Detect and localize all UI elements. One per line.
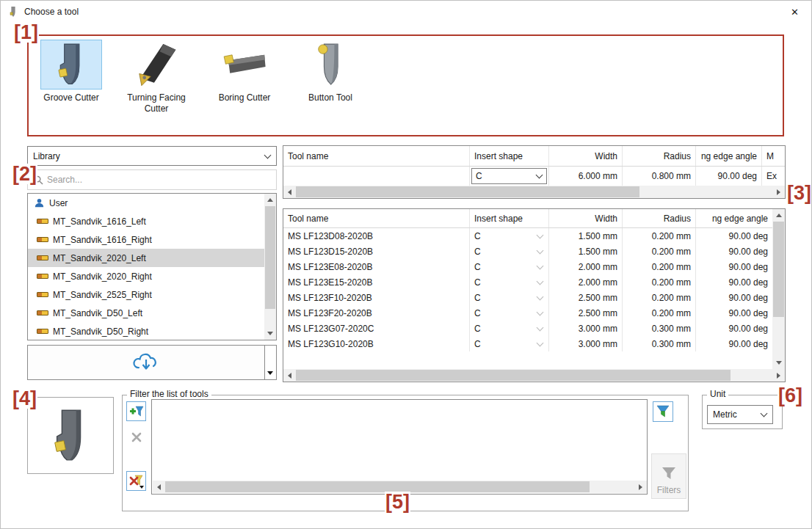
arrow-left-icon xyxy=(288,189,291,195)
table-row[interactable]: MS LF123E15-2020B C 2.000 mm 0.200 mm 90… xyxy=(283,274,785,290)
tree-scrollbar[interactable] xyxy=(264,194,276,340)
cell-edge-angle: 90.00 deg xyxy=(696,228,772,244)
filters-button[interactable]: Filters xyxy=(651,453,686,499)
cell-edge-angle: 90.00 deg xyxy=(696,259,772,274)
param-tool-name-cell[interactable] xyxy=(283,167,470,186)
scrollbar-thumb[interactable] xyxy=(265,206,275,309)
table-row[interactable]: MS LF123G07-2020C C 3.000 mm 0.300 mm 90… xyxy=(283,321,785,336)
arrow-right-icon xyxy=(639,484,642,490)
scroll-left-button[interactable] xyxy=(153,481,165,493)
cell-tool-name: MS LF123F20-2020B xyxy=(283,305,470,321)
parameter-table-header: Tool name Insert shape Width Radius ng e… xyxy=(283,146,785,167)
tree-item-label: MT_Sandvik_D50_Right xyxy=(53,326,148,337)
header-radius: Radius xyxy=(623,146,696,166)
tree-item-label: MT_Sandvik_2020_Right xyxy=(53,271,152,282)
choose-tool-dialog: Choose a tool ✕ Groove Cutter Turning Fa… xyxy=(0,0,812,529)
header-radius[interactable]: Radius xyxy=(623,209,696,227)
tree-item-label: MT_Sandvik_1616_Right xyxy=(53,235,152,245)
tool-parameter-table: Tool name Insert shape Width Radius ng e… xyxy=(283,145,786,199)
scroll-left-button[interactable] xyxy=(283,186,296,198)
scrollbar-thumb[interactable] xyxy=(773,222,784,317)
cell-insert-shape: C xyxy=(470,305,549,321)
table-row[interactable]: MS LF123E08-2020B C 2.000 mm 0.200 mm 90… xyxy=(283,259,785,274)
download-from-cloud-button[interactable] xyxy=(27,345,265,380)
scrollbar-thumb[interactable] xyxy=(296,186,639,197)
library-tree: User MT_Sandvik_1616_Left MT_Sandvik_161… xyxy=(27,193,277,340)
cell-insert-shape: C xyxy=(470,321,549,336)
scroll-down-button[interactable] xyxy=(264,327,276,340)
filter-conditions-list[interactable] xyxy=(151,399,648,495)
search-input[interactable] xyxy=(47,171,267,189)
cell-tool-name: MS LF123G07-2020C xyxy=(283,321,470,336)
tool-type-turning-facing-cutter[interactable]: Turning Facing Cutter xyxy=(117,40,196,114)
header-insert-shape[interactable]: Insert shape xyxy=(470,209,549,227)
scroll-right-button[interactable] xyxy=(772,186,785,198)
scroll-up-button[interactable] xyxy=(772,209,785,222)
scroll-right-button[interactable] xyxy=(772,369,785,382)
chevron-down-icon xyxy=(537,308,544,315)
apply-filter-button[interactable] xyxy=(653,401,673,422)
cell-width: 2.000 mm xyxy=(549,274,623,290)
cell-radius: 0.300 mm xyxy=(623,321,696,336)
param-mount-cell[interactable]: Ex xyxy=(762,167,785,186)
cell-edge-angle: 90.00 deg xyxy=(696,321,772,336)
scroll-left-button[interactable] xyxy=(283,369,296,382)
groove-cutter-icon xyxy=(53,42,90,87)
cell-width: 3.000 mm xyxy=(549,321,623,336)
tool-type-label: Button Tool xyxy=(297,92,363,103)
scrollbar-thumb[interactable] xyxy=(165,481,590,492)
cell-width: 2.000 mm xyxy=(549,259,623,274)
param-radius-cell[interactable]: 0.800 mm xyxy=(623,167,696,186)
scroll-right-button[interactable] xyxy=(634,481,647,493)
tree-item[interactable]: MT_Sandvik_D50_Left xyxy=(28,304,265,322)
download-options-dropdown[interactable] xyxy=(265,345,277,380)
tree-item-user[interactable]: User xyxy=(28,194,265,212)
header-width: Width xyxy=(549,146,623,166)
header-tool-name[interactable]: Tool name xyxy=(283,209,470,227)
scroll-down-button[interactable] xyxy=(772,357,785,369)
header-width[interactable]: Width xyxy=(549,209,623,227)
tool-type-groove-cutter[interactable]: Groove Cutter xyxy=(40,40,102,103)
parameter-row: C 6.000 mm 0.800 mm 90.00 deg Ex xyxy=(283,167,785,186)
chevron-down-icon xyxy=(537,324,544,331)
delete-filter-button[interactable] xyxy=(126,427,146,447)
scroll-up-button[interactable] xyxy=(264,194,276,206)
tree-item[interactable]: MT_Sandvik_1616_Right xyxy=(28,230,265,249)
tool-list-vscrollbar[interactable] xyxy=(772,209,785,369)
cell-radius: 0.200 mm xyxy=(623,228,696,244)
annotation-label-6: [6] xyxy=(777,385,803,406)
cell-width: 1.500 mm xyxy=(549,244,623,259)
param-edge-angle-cell[interactable]: 90.00 deg xyxy=(696,167,762,186)
arrow-down-icon xyxy=(776,361,782,365)
chevron-down-icon xyxy=(537,339,544,346)
table-row[interactable]: MS LF123F10-2020B C 2.500 mm 0.200 mm 90… xyxy=(283,290,785,305)
tool-type-boring-cutter[interactable]: Boring Cutter xyxy=(211,40,278,103)
library-source-select[interactable]: Library xyxy=(27,146,277,166)
window-title: Choose a tool xyxy=(24,7,79,17)
param-width-cell[interactable]: 6.000 mm xyxy=(549,167,623,186)
cell-insert-shape: C xyxy=(470,336,549,351)
unit-group-label: Unit xyxy=(707,389,728,399)
tool-holder-icon xyxy=(37,329,48,334)
header-edge-angle[interactable]: ng edge angle xyxy=(696,209,772,227)
tree-item[interactable]: MT_Sandvik_2020_Right xyxy=(28,267,265,285)
tool-list-hscrollbar[interactable] xyxy=(283,369,785,382)
table-row[interactable]: MS LF123F20-2020B C 2.500 mm 0.200 mm 90… xyxy=(283,305,785,321)
table-row[interactable]: MS LF123G10-2020B C 3.000 mm 0.300 mm 90… xyxy=(283,336,785,351)
table-row[interactable]: MS LF123D15-2020B C 1.500 mm 0.200 mm 90… xyxy=(283,244,785,259)
tree-item-selected[interactable]: MT_Sandvik_2020_Left xyxy=(28,249,265,267)
tree-item[interactable]: MT_Sandvik_1616_Left xyxy=(28,212,265,230)
parameter-table-hscrollbar[interactable] xyxy=(283,186,785,198)
tool-type-button-tool[interactable]: Button Tool xyxy=(297,40,363,103)
close-button[interactable]: ✕ xyxy=(778,1,811,23)
clear-filters-button[interactable] xyxy=(126,471,146,491)
unit-select[interactable]: Metric xyxy=(707,405,773,424)
tool-list-table: Tool name Insert shape Width Radius ng e… xyxy=(283,208,786,382)
tree-item[interactable]: MT_Sandvik_D50_Right xyxy=(28,322,265,340)
cell-tool-name: MS LF123G10-2020B xyxy=(283,336,470,351)
add-filter-button[interactable] xyxy=(126,401,146,421)
insert-shape-select[interactable]: C xyxy=(471,168,547,184)
tree-item[interactable]: MT_Sandvik_2525_Right xyxy=(28,285,265,304)
scrollbar-thumb[interactable] xyxy=(296,370,731,381)
table-row[interactable]: MS LF123D08-2020B C 1.500 mm 0.200 mm 90… xyxy=(283,228,785,244)
